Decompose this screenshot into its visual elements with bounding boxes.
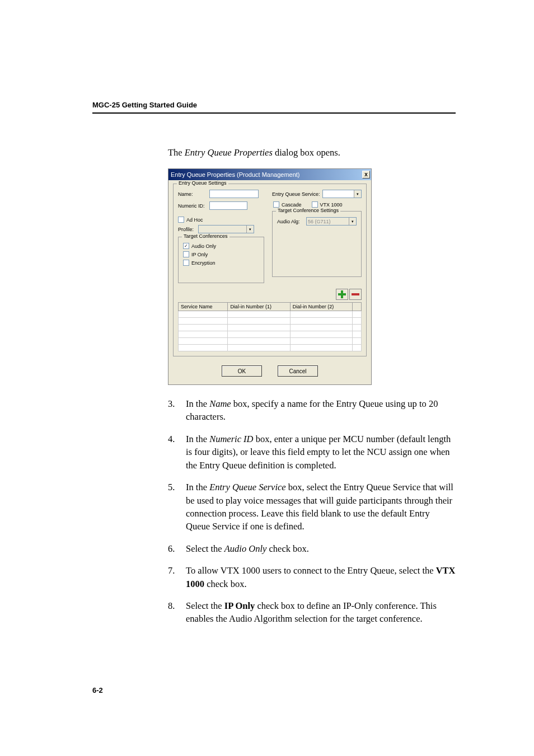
tc-legend: Target Conferences xyxy=(182,233,229,239)
cascade-label: Cascade xyxy=(282,202,302,208)
entry-queue-dialog: Entry Queue Properties (Product Manageme… xyxy=(168,168,372,385)
step-item: 7.To allow VTX 1000 users to connect to … xyxy=(168,564,456,590)
name-input[interactable] xyxy=(209,190,259,198)
step-text: Select the Audio Only check box. xyxy=(186,542,456,555)
table-row[interactable] xyxy=(179,331,362,338)
encryption-checkbox[interactable]: Encryption xyxy=(183,260,259,266)
step-number: 3. xyxy=(168,397,186,424)
step-number: 4. xyxy=(168,433,186,472)
checkbox-icon xyxy=(183,251,189,257)
checkbox-icon xyxy=(183,260,189,266)
eqs-legend: Entry Queue Settings xyxy=(177,180,228,186)
step-text: In the Entry Queue Service box, select t… xyxy=(186,481,456,533)
numeric-id-label: Numeric ID: xyxy=(178,203,207,209)
numeric-id-input[interactable] xyxy=(209,201,247,210)
eqs-dropdown[interactable]: ▾ xyxy=(322,190,362,198)
service-table: Service Name Dial-in Number (1) Dial-in … xyxy=(178,302,362,351)
checkbox-icon xyxy=(273,201,279,208)
table-row[interactable] xyxy=(179,318,362,325)
dialog-title: Entry Queue Properties (Product Manageme… xyxy=(171,171,300,178)
table-row[interactable] xyxy=(179,311,362,318)
doc-header: MGC-25 Getting Started Guide xyxy=(92,101,456,109)
ok-button[interactable]: OK xyxy=(222,365,262,377)
audio-only-label: Audio Only xyxy=(191,243,216,249)
name-label: Name: xyxy=(178,191,207,197)
target-conferences-group: Target Conferences ✓ Audio Only IP Only xyxy=(178,237,264,283)
svg-rect-2 xyxy=(352,293,359,295)
target-conf-settings-group: Target Conference Settings Audio Alg: 56… xyxy=(272,211,362,277)
remove-button[interactable] xyxy=(349,289,362,300)
step-number: 5. xyxy=(168,481,186,533)
entry-queue-settings-group: Entry Queue Settings Name: Numeric ID: xyxy=(173,184,367,356)
audio-alg-dropdown: 56 (G711) ▾ xyxy=(306,217,357,226)
close-icon: x xyxy=(364,172,368,177)
encryption-label: Encryption xyxy=(191,260,216,266)
page-number: 6-2 xyxy=(92,686,103,694)
eqservice-label: Entry Queue Service: xyxy=(272,191,320,197)
step-item: 6.Select the Audio Only check box. xyxy=(168,542,456,555)
step-number: 8. xyxy=(168,599,186,626)
cancel-button[interactable]: Cancel xyxy=(278,365,318,377)
step-text: In the Numeric ID box, enter a unique pe… xyxy=(186,433,456,472)
step-item: 4.In the Numeric ID box, enter a unique … xyxy=(168,433,456,472)
header-rule xyxy=(92,112,456,114)
plus-icon xyxy=(338,290,346,298)
cancel-label: Cancel xyxy=(289,368,306,374)
step-number: 6. xyxy=(168,542,186,555)
adhoc-checkbox[interactable]: Ad Hoc xyxy=(178,217,264,223)
minus-icon xyxy=(352,293,359,295)
intro-text: The Entry Queue Properties dialog box op… xyxy=(168,147,456,158)
col-dialin-1[interactable]: Dial-in Number (1) xyxy=(228,303,290,311)
ip-only-label: IP Only xyxy=(191,252,208,257)
step-text: To allow VTX 1000 users to connect to th… xyxy=(186,564,456,590)
ip-only-checkbox[interactable]: IP Only xyxy=(183,251,259,257)
step-text: In the Name box, specify a name for the … xyxy=(186,397,456,424)
col-service-name[interactable]: Service Name xyxy=(179,303,228,311)
audio-alg-value: 56 (G711) xyxy=(308,219,331,224)
step-list: 3.In the Name box, specify a name for th… xyxy=(168,397,456,626)
col-spacer xyxy=(353,303,362,311)
audio-only-checkbox[interactable]: ✓ Audio Only xyxy=(183,243,259,249)
ok-label: OK xyxy=(238,368,246,374)
intro-post: dialog box opens. xyxy=(273,147,340,158)
checkbox-icon xyxy=(178,217,184,223)
step-item: 3.In the Name box, specify a name for th… xyxy=(168,397,456,424)
step-number: 7. xyxy=(168,564,186,590)
intro-em: Entry Queue Properties xyxy=(185,147,273,158)
audio-alg-label: Audio Alg: xyxy=(277,219,304,224)
intro-pre: The xyxy=(168,147,185,158)
dialog-titlebar: Entry Queue Properties (Product Manageme… xyxy=(168,169,371,180)
table-row[interactable] xyxy=(179,338,362,345)
chevron-down-icon: ▾ xyxy=(349,218,356,225)
chevron-down-icon: ▾ xyxy=(246,226,254,233)
adhoc-label: Ad Hoc xyxy=(186,217,203,223)
profile-dropdown: ▾ xyxy=(198,225,254,233)
table-row[interactable] xyxy=(179,325,362,331)
vtx1000-checkbox[interactable]: VTX 1000 xyxy=(312,201,343,208)
svg-rect-1 xyxy=(338,293,346,295)
table-row[interactable] xyxy=(179,345,362,351)
checkbox-icon xyxy=(312,201,318,208)
step-item: 5.In the Entry Queue Service box, select… xyxy=(168,481,456,533)
vtx-label: VTX 1000 xyxy=(320,202,343,208)
profile-label: Profile: xyxy=(178,227,196,232)
step-text: Select the IP Only check box to define a… xyxy=(186,599,456,626)
checkbox-icon: ✓ xyxy=(183,243,189,249)
step-item: 8.Select the IP Only check box to define… xyxy=(168,599,456,626)
chevron-down-icon: ▾ xyxy=(354,190,361,198)
close-button[interactable]: x xyxy=(362,171,370,179)
cascade-checkbox[interactable]: Cascade xyxy=(273,201,302,208)
tcs-legend: Target Conference Settings xyxy=(276,208,340,213)
add-button[interactable] xyxy=(336,289,348,300)
col-dialin-2[interactable]: Dial-in Number (2) xyxy=(290,303,352,311)
